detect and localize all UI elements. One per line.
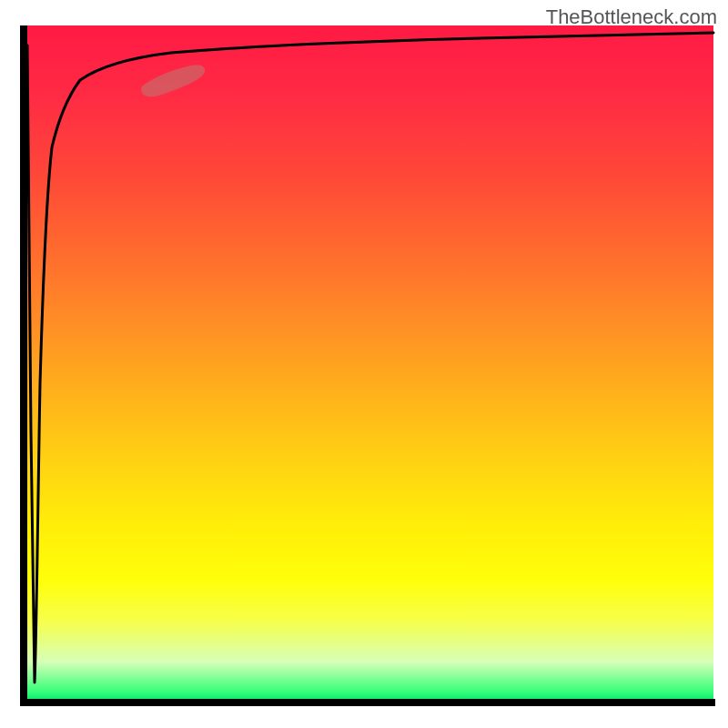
x-axis bbox=[20, 699, 715, 706]
chart-svg bbox=[25, 25, 713, 703]
y-axis bbox=[20, 25, 27, 706]
highlight-blob bbox=[141, 65, 205, 96]
performance-curve bbox=[27, 33, 713, 682]
watermark-text: TheBottleneck.com bbox=[546, 5, 717, 29]
plot-area bbox=[25, 25, 713, 703]
